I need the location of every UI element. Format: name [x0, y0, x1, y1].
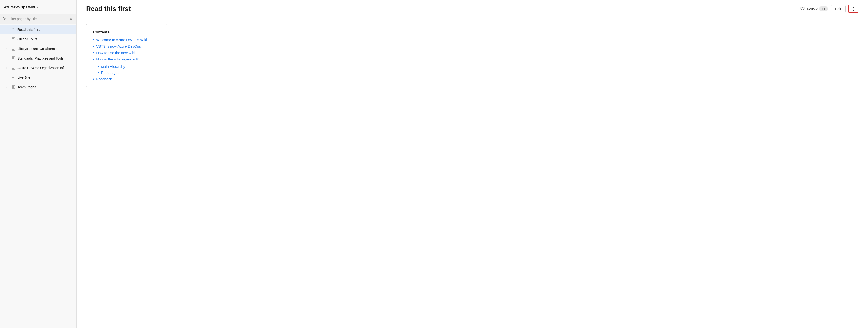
contents-link-root-pages[interactable]: Root pages — [101, 70, 119, 74]
bullet-icon: • — [93, 38, 94, 42]
contents-link-how-to-use[interactable]: How to use the new wiki — [96, 51, 135, 55]
header-actions: Follow 11 Edit ⋮ — [800, 5, 859, 13]
page-icon-azure-devops-org — [11, 66, 16, 70]
expand-icon-standards: › — [4, 56, 9, 61]
filter-clear-button[interactable]: ✕ — [69, 17, 73, 21]
sidebar-item-guided-tours[interactable]: › Guided Tours — [0, 34, 76, 44]
bullet-icon: • — [93, 51, 94, 55]
page-icon-team-pages — [11, 85, 16, 89]
sidebar: AzureDevOps.wiki ⌄ ⋮ ✕ Read this first › — [0, 0, 76, 328]
sidebar-item-label-read-this-first: Read this first — [18, 28, 40, 32]
bullet-icon: • — [93, 57, 94, 61]
sidebar-item-label-azure-devops-org: Azure DevOps Organization Inf... — [18, 66, 66, 70]
contents-sub-list: • Main Hierarchy • Root pages — [98, 65, 125, 74]
filter-row: ✕ — [0, 14, 76, 24]
sidebar-item-label-live-site: Live Site — [18, 75, 30, 79]
sidebar-item-label-team-pages: Team Pages — [18, 85, 36, 89]
sub-bullet-icon: • — [98, 65, 99, 69]
nav-items: Read this first › Guided Tours › — [0, 24, 76, 93]
bullet-icon: • — [93, 77, 94, 81]
follow-button[interactable]: Follow — [807, 7, 817, 11]
page-icon-lifecycles — [11, 46, 16, 51]
contents-item-how-organized: • How is the wiki organized? • Main Hier… — [93, 57, 160, 74]
expand-icon-team-pages: › — [4, 85, 9, 90]
sidebar-item-label-guided-tours: Guided Tours — [18, 37, 37, 41]
sidebar-more-button[interactable]: ⋮ — [65, 3, 72, 10]
sidebar-item-team-pages[interactable]: › Team Pages — [0, 82, 76, 92]
contents-subitem-root-pages: • Root pages — [98, 70, 125, 74]
contents-item-vsts: • VSTS is now Azure DevOps — [93, 44, 160, 48]
page-icon-guided-tours — [11, 37, 16, 41]
expand-icon-azure-devops-org: › — [4, 66, 9, 70]
edit-button[interactable]: Edit — [831, 5, 845, 12]
contents-link-vsts[interactable]: VSTS is now Azure DevOps — [96, 44, 141, 48]
chevron-down-icon: ⌄ — [37, 5, 39, 9]
sidebar-item-lifecycles[interactable]: › Lifecycles and Collaboration — [0, 44, 76, 54]
sidebar-header: AzureDevOps.wiki ⌄ ⋮ — [0, 0, 76, 14]
contents-item-feedback: • Feedback — [93, 77, 160, 81]
sidebar-item-label-lifecycles: Lifecycles and Collaboration — [18, 47, 59, 51]
follow-count-badge: 11 — [819, 6, 828, 11]
page-body: Contents • Welcome to Azure DevOps Wiki … — [76, 17, 868, 94]
sidebar-item-live-site[interactable]: › Live Site — [0, 73, 76, 82]
contents-link-how-organized[interactable]: How is the wiki organized? — [96, 57, 139, 61]
main-content: Read this first Follow 11 Edit ⋮ Content… — [76, 0, 868, 328]
page-icon-live-site — [11, 75, 16, 79]
sidebar-item-label-standards: Standards, Practices and Tools — [18, 57, 64, 60]
contents-item-welcome: • Welcome to Azure DevOps Wiki — [93, 38, 160, 42]
page-title: Read this first — [86, 5, 131, 13]
contents-title: Contents — [93, 30, 160, 34]
page-icon-standards — [11, 56, 16, 61]
expand-icon-guided-tours: › — [4, 37, 9, 42]
sidebar-item-azure-devops-org[interactable]: › Azure DevOps Organization Inf... — [0, 63, 76, 73]
main-header: Read this first Follow 11 Edit ⋮ — [76, 0, 868, 17]
filter-input[interactable] — [9, 17, 67, 21]
bullet-icon: • — [93, 44, 94, 48]
more-actions-button[interactable]: ⋮ — [848, 5, 859, 13]
expand-icon-lifecycles: › — [4, 46, 9, 51]
follow-area: Follow 11 — [800, 6, 828, 11]
home-icon — [11, 28, 16, 32]
svg-point-24 — [802, 8, 803, 9]
contents-link-feedback[interactable]: Feedback — [96, 77, 112, 81]
eye-icon — [800, 6, 805, 11]
contents-link-main-hierarchy[interactable]: Main Hierarchy — [101, 65, 125, 69]
sub-bullet-icon: • — [98, 70, 99, 74]
sidebar-item-read-this-first[interactable]: Read this first — [0, 25, 76, 34]
contents-item-how-to-use: • How to use the new wiki — [93, 51, 160, 55]
contents-link-welcome[interactable]: Welcome to Azure DevOps Wiki — [96, 38, 147, 42]
expand-placeholder — [4, 27, 9, 32]
contents-subitem-main-hierarchy: • Main Hierarchy — [98, 65, 125, 69]
sidebar-title: AzureDevOps.wiki — [4, 5, 35, 9]
filter-icon — [3, 17, 7, 21]
contents-list: • Welcome to Azure DevOps Wiki • VSTS is… — [93, 38, 160, 81]
sidebar-title-row: AzureDevOps.wiki ⌄ — [4, 5, 39, 9]
sidebar-item-standards[interactable]: › Standards, Practices and Tools — [0, 54, 76, 63]
expand-icon-live-site: › — [4, 75, 9, 80]
contents-box: Contents • Welcome to Azure DevOps Wiki … — [86, 24, 167, 87]
